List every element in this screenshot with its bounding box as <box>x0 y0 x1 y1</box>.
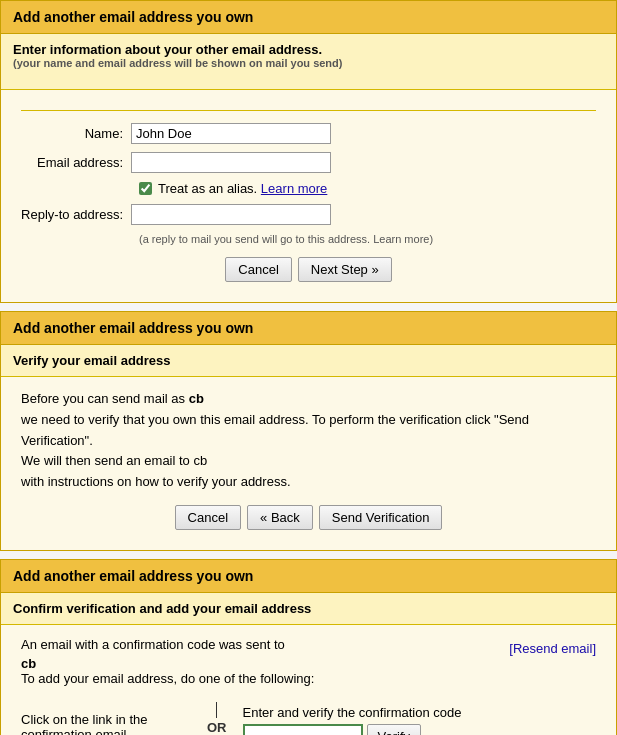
section1-subsection-header: Enter information about your other email… <box>13 42 604 57</box>
reply-hint: (a reply to mail you send will go to thi… <box>139 233 596 245</box>
verify-text-2: we need to verify that you own this emai… <box>21 412 529 448</box>
or-line-top <box>216 702 217 718</box>
verify-text-4: with instructions on how to verify your … <box>21 474 291 489</box>
enter-code-label: Enter and verify the confirmation code <box>243 705 597 720</box>
section3-header: Add another email address you own <box>0 559 617 593</box>
verify-email: cb <box>189 391 204 406</box>
section1-header: Add another email address you own <box>0 0 617 34</box>
alias-checkbox[interactable] <box>139 182 152 195</box>
confirm-text1: An email with a confirmation code was se… <box>21 637 509 652</box>
section1-next-button[interactable]: Next Step » <box>298 257 392 282</box>
confirm-email: cb <box>21 656 509 671</box>
verify-text-3: We will then send an email to cb <box>21 453 207 468</box>
section2-send-verification-button[interactable]: Send Verification <box>319 505 443 530</box>
alias-label: Treat as an alias. <box>158 181 257 196</box>
click-link-label: Click on the link in the confirmation em… <box>21 712 191 735</box>
or-text: OR <box>207 720 227 735</box>
name-input[interactable] <box>131 123 331 144</box>
verify-code-button[interactable]: Verify <box>367 724 422 735</box>
section1-subdesc: (your name and email address will be sho… <box>13 57 604 69</box>
alias-learn-more-link[interactable]: Learn more <box>261 181 327 196</box>
confirmation-code-input[interactable] <box>243 724 363 735</box>
verify-text-1: Before you can send mail as <box>21 391 189 406</box>
reply-label: Reply-to address: <box>21 207 131 222</box>
verify-text-block: Before you can send mail as cb we need t… <box>21 389 596 493</box>
name-label: Name: <box>21 126 131 141</box>
section3-subsection-header: Confirm verification and add your email … <box>13 601 604 616</box>
email-label: Email address: <box>21 155 131 170</box>
section2-header: Add another email address you own <box>0 311 617 345</box>
section2-subsection-header: Verify your email address <box>13 353 604 368</box>
resend-email-link[interactable]: [Resend email] <box>509 641 596 656</box>
confirm-text2: To add your email address, do one of the… <box>21 671 509 686</box>
email-input[interactable] <box>131 152 331 173</box>
reply-input[interactable] <box>131 204 331 225</box>
section2-back-button[interactable]: « Back <box>247 505 313 530</box>
section1-cancel-button[interactable]: Cancel <box>225 257 291 282</box>
section2-cancel-button[interactable]: Cancel <box>175 505 241 530</box>
